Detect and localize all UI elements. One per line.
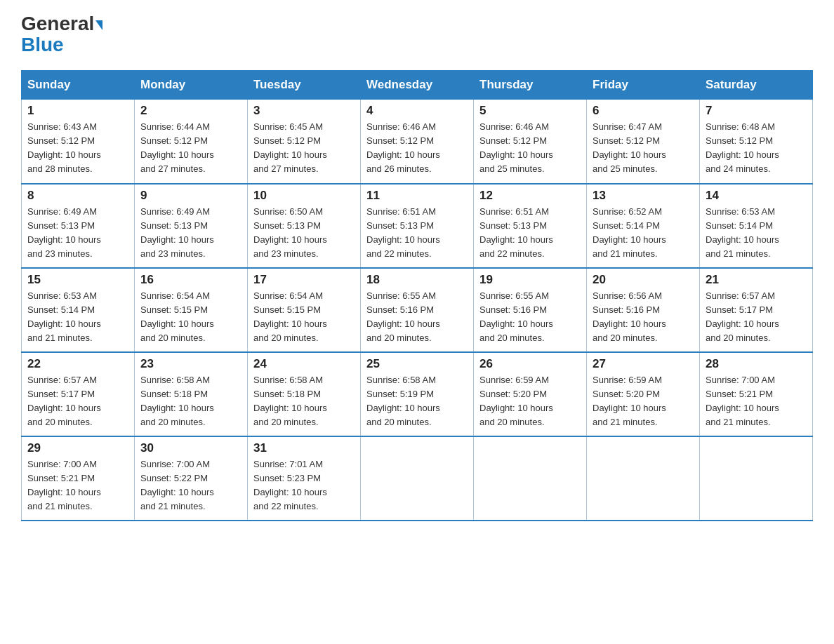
calendar-cell: 15 Sunrise: 6:53 AMSunset: 5:14 PMDaylig… (22, 268, 135, 352)
day-info: Sunrise: 6:58 AMSunset: 5:18 PMDaylight:… (140, 375, 214, 427)
calendar-cell: 14 Sunrise: 6:53 AMSunset: 5:14 PMDaylig… (700, 184, 813, 268)
calendar-cell: 30 Sunrise: 7:00 AMSunset: 5:22 PMDaylig… (135, 436, 248, 521)
calendar-week-row: 15 Sunrise: 6:53 AMSunset: 5:14 PMDaylig… (22, 268, 813, 352)
calendar-cell: 28 Sunrise: 7:00 AMSunset: 5:21 PMDaylig… (700, 352, 813, 436)
calendar-cell (587, 436, 700, 521)
day-info: Sunrise: 6:46 AMSunset: 5:12 PMDaylight:… (479, 121, 553, 174)
day-number: 11 (366, 189, 468, 203)
calendar-week-row: 22 Sunrise: 6:57 AMSunset: 5:17 PMDaylig… (22, 352, 813, 436)
calendar-cell: 16 Sunrise: 6:54 AMSunset: 5:15 PMDaylig… (135, 268, 248, 352)
day-number: 19 (479, 273, 581, 287)
day-info: Sunrise: 7:00 AMSunset: 5:21 PMDaylight:… (27, 459, 101, 511)
day-info: Sunrise: 6:49 AMSunset: 5:13 PMDaylight:… (27, 206, 101, 259)
day-info: Sunrise: 6:52 AMSunset: 5:14 PMDaylight:… (593, 206, 666, 259)
day-info: Sunrise: 6:51 AMSunset: 5:13 PMDaylight:… (479, 206, 553, 259)
day-info: Sunrise: 6:54 AMSunset: 5:15 PMDaylight:… (140, 290, 214, 343)
day-info: Sunrise: 7:01 AMSunset: 5:23 PMDaylight:… (253, 459, 327, 511)
logo: General Blue (21, 14, 102, 56)
calendar-cell: 26 Sunrise: 6:59 AMSunset: 5:20 PMDaylig… (474, 352, 587, 436)
day-number: 15 (27, 273, 128, 287)
day-number: 9 (140, 189, 241, 203)
logo-general: General (21, 14, 102, 34)
day-number: 18 (366, 273, 468, 287)
day-number: 1 (27, 104, 128, 118)
weekday-header-tuesday: Tuesday (248, 71, 361, 100)
calendar-week-row: 29 Sunrise: 7:00 AMSunset: 5:21 PMDaylig… (22, 436, 813, 521)
weekday-header-friday: Friday (587, 71, 700, 100)
calendar-cell: 7 Sunrise: 6:48 AMSunset: 5:12 PMDayligh… (700, 100, 813, 184)
day-info: Sunrise: 6:45 AMSunset: 5:12 PMDaylight:… (253, 121, 327, 174)
calendar-cell: 22 Sunrise: 6:57 AMSunset: 5:17 PMDaylig… (22, 352, 135, 436)
day-number: 29 (27, 441, 128, 455)
day-info: Sunrise: 6:59 AMSunset: 5:20 PMDaylight:… (593, 375, 666, 427)
day-number: 20 (593, 273, 694, 287)
day-number: 27 (593, 357, 694, 371)
day-info: Sunrise: 6:57 AMSunset: 5:17 PMDaylight:… (27, 375, 101, 427)
calendar-cell: 21 Sunrise: 6:57 AMSunset: 5:17 PMDaylig… (700, 268, 813, 352)
weekday-header-sunday: Sunday (22, 71, 135, 100)
day-info: Sunrise: 6:58 AMSunset: 5:18 PMDaylight:… (253, 375, 327, 427)
calendar-cell (361, 436, 474, 521)
day-number: 7 (706, 104, 807, 118)
day-info: Sunrise: 6:43 AMSunset: 5:12 PMDaylight:… (27, 121, 101, 174)
day-number: 2 (140, 104, 241, 118)
day-number: 30 (140, 441, 241, 455)
calendar-cell: 3 Sunrise: 6:45 AMSunset: 5:12 PMDayligh… (248, 100, 361, 184)
day-info: Sunrise: 6:58 AMSunset: 5:19 PMDaylight:… (366, 375, 440, 427)
day-info: Sunrise: 6:50 AMSunset: 5:13 PMDaylight:… (253, 206, 327, 259)
calendar-cell: 13 Sunrise: 6:52 AMSunset: 5:14 PMDaylig… (587, 184, 700, 268)
calendar-cell: 4 Sunrise: 6:46 AMSunset: 5:12 PMDayligh… (361, 100, 474, 184)
day-info: Sunrise: 6:49 AMSunset: 5:13 PMDaylight:… (140, 206, 214, 259)
calendar-cell: 18 Sunrise: 6:55 AMSunset: 5:16 PMDaylig… (361, 268, 474, 352)
day-number: 6 (593, 104, 694, 118)
day-number: 24 (253, 357, 355, 371)
day-info: Sunrise: 6:44 AMSunset: 5:12 PMDaylight:… (140, 121, 214, 174)
day-info: Sunrise: 6:56 AMSunset: 5:16 PMDaylight:… (593, 290, 666, 343)
day-info: Sunrise: 7:00 AMSunset: 5:22 PMDaylight:… (140, 459, 214, 511)
day-info: Sunrise: 6:53 AMSunset: 5:14 PMDaylight:… (27, 290, 101, 343)
calendar-cell: 20 Sunrise: 6:56 AMSunset: 5:16 PMDaylig… (587, 268, 700, 352)
day-number: 14 (706, 189, 807, 203)
calendar-cell: 2 Sunrise: 6:44 AMSunset: 5:12 PMDayligh… (135, 100, 248, 184)
day-number: 22 (27, 357, 128, 371)
calendar-cell: 5 Sunrise: 6:46 AMSunset: 5:12 PMDayligh… (474, 100, 587, 184)
calendar-week-row: 8 Sunrise: 6:49 AMSunset: 5:13 PMDayligh… (22, 184, 813, 268)
day-info: Sunrise: 6:55 AMSunset: 5:16 PMDaylight:… (479, 290, 553, 343)
day-number: 12 (479, 189, 581, 203)
calendar-cell: 25 Sunrise: 6:58 AMSunset: 5:19 PMDaylig… (361, 352, 474, 436)
calendar-cell: 27 Sunrise: 6:59 AMSunset: 5:20 PMDaylig… (587, 352, 700, 436)
day-info: Sunrise: 7:00 AMSunset: 5:21 PMDaylight:… (706, 375, 779, 427)
calendar-cell: 9 Sunrise: 6:49 AMSunset: 5:13 PMDayligh… (135, 184, 248, 268)
weekday-header-monday: Monday (135, 71, 248, 100)
calendar-cell: 19 Sunrise: 6:55 AMSunset: 5:16 PMDaylig… (474, 268, 587, 352)
calendar-cell: 29 Sunrise: 7:00 AMSunset: 5:21 PMDaylig… (22, 436, 135, 521)
day-info: Sunrise: 6:59 AMSunset: 5:20 PMDaylight:… (479, 375, 553, 427)
calendar-cell: 23 Sunrise: 6:58 AMSunset: 5:18 PMDaylig… (135, 352, 248, 436)
calendar-cell: 24 Sunrise: 6:58 AMSunset: 5:18 PMDaylig… (248, 352, 361, 436)
calendar-cell (474, 436, 587, 521)
calendar-cell: 11 Sunrise: 6:51 AMSunset: 5:13 PMDaylig… (361, 184, 474, 268)
day-info: Sunrise: 6:57 AMSunset: 5:17 PMDaylight:… (706, 290, 779, 343)
logo-triangle-icon (95, 20, 102, 30)
calendar-cell (700, 436, 813, 521)
day-number: 26 (479, 357, 581, 371)
calendar-cell: 17 Sunrise: 6:54 AMSunset: 5:15 PMDaylig… (248, 268, 361, 352)
weekday-header-row: SundayMondayTuesdayWednesdayThursdayFrid… (22, 71, 813, 100)
day-info: Sunrise: 6:51 AMSunset: 5:13 PMDaylight:… (366, 206, 440, 259)
day-number: 25 (366, 357, 468, 371)
calendar-week-row: 1 Sunrise: 6:43 AMSunset: 5:12 PMDayligh… (22, 100, 813, 184)
logo-blue: Blue (21, 34, 64, 56)
page-header: General Blue (21, 14, 813, 56)
day-number: 17 (253, 273, 355, 287)
day-info: Sunrise: 6:55 AMSunset: 5:16 PMDaylight:… (366, 290, 440, 343)
calendar-cell: 6 Sunrise: 6:47 AMSunset: 5:12 PMDayligh… (587, 100, 700, 184)
calendar-cell: 1 Sunrise: 6:43 AMSunset: 5:12 PMDayligh… (22, 100, 135, 184)
calendar-cell: 8 Sunrise: 6:49 AMSunset: 5:13 PMDayligh… (22, 184, 135, 268)
day-number: 10 (253, 189, 355, 203)
calendar-cell: 10 Sunrise: 6:50 AMSunset: 5:13 PMDaylig… (248, 184, 361, 268)
weekday-header-thursday: Thursday (474, 71, 587, 100)
day-number: 3 (253, 104, 355, 118)
day-number: 31 (253, 441, 355, 455)
day-number: 23 (140, 357, 241, 371)
day-info: Sunrise: 6:54 AMSunset: 5:15 PMDaylight:… (253, 290, 327, 343)
